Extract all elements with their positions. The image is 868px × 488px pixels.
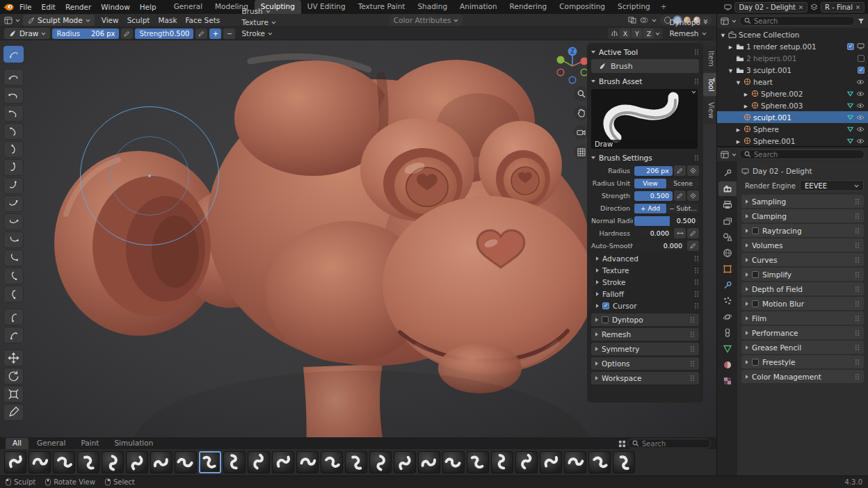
properties-section-depth-of-field[interactable]: Depth of Field [741, 282, 864, 295]
tablet-button[interactable] [687, 165, 699, 176]
mirror-y-toggle[interactable]: Y [632, 29, 642, 38]
tool-annotate[interactable] [3, 404, 24, 421]
expand-toggle[interactable]: ▾ [735, 78, 741, 86]
strength-pressure-button[interactable] [195, 29, 207, 39]
workspace-tab-rendering[interactable]: Rendering [504, 0, 554, 14]
drag-grip-icon[interactable] [694, 291, 699, 298]
option-scene[interactable]: Scene [667, 179, 699, 188]
outliner-row-sphere[interactable]: ▸Sphere [717, 123, 868, 135]
panel-section-workspace[interactable]: Workspace [591, 372, 699, 384]
checkbox[interactable] [602, 316, 609, 323]
properties-tab-scene[interactable] [718, 229, 737, 244]
workspace-tab-texture-paint[interactable]: Texture Paint [352, 0, 412, 14]
panel-section-remesh[interactable]: Remesh [591, 328, 699, 341]
close-icon[interactable] [855, 5, 860, 10]
pen-button[interactable] [674, 190, 686, 201]
asset-shelf-search[interactable]: Search [627, 439, 711, 448]
drag-grip-icon[interactable] [855, 315, 860, 322]
properties-tab-world[interactable] [718, 245, 737, 260]
brush-thumbnail-1[interactable] [4, 451, 26, 473]
slider-hardness[interactable]: 0.000 [634, 229, 673, 238]
dropdown-brush[interactable]: Brush [237, 6, 280, 17]
properties-tab-texture[interactable] [718, 373, 737, 388]
tool-pinch[interactable] [3, 231, 24, 248]
outliner-row-sphere-003[interactable]: ▸Sphere.003 [717, 99, 868, 111]
menu-render[interactable]: Render [61, 1, 96, 13]
xray-toggle-icon[interactable] [628, 17, 636, 24]
properties-editor-icon[interactable] [721, 151, 729, 158]
radius-slider[interactable]: Radius 206 px [52, 29, 119, 39]
brush-thumbnail-24[interactable] [564, 451, 586, 473]
tool-transform[interactable] [3, 386, 24, 402]
brush-preview[interactable]: Draw [591, 89, 698, 149]
checkbox[interactable] [752, 359, 759, 366]
outliner-row-2-helpers-001[interactable]: 2 helpers.001 [717, 52, 868, 64]
properties-section-sampling[interactable]: Sampling [741, 195, 864, 208]
tool-clay-strips[interactable] [3, 105, 24, 122]
tool-move[interactable] [3, 350, 24, 366]
chevron-down-icon[interactable] [691, 90, 696, 94]
gizmo-x-neg-axis[interactable] [557, 69, 564, 76]
subsection-texture[interactable]: Texture [591, 264, 699, 276]
tool-rotate[interactable] [3, 368, 24, 384]
properties-tab-view-layer[interactable] [718, 213, 737, 228]
gizmo-z-neg-axis[interactable] [569, 76, 576, 83]
drag-grip-icon[interactable] [690, 360, 695, 367]
option-subt[interactable]: − Subt... [667, 204, 699, 213]
subsection-cursor[interactable]: Cursor [591, 300, 699, 311]
properties-section-grease-pencil[interactable]: Grease Pencil [741, 341, 864, 354]
nodes-icon[interactable] [847, 115, 853, 120]
properties-section-film[interactable]: Film [741, 311, 864, 325]
properties-tab-data[interactable] [718, 341, 737, 356]
nodes-icon[interactable] [847, 127, 853, 132]
3d-viewport[interactable]: Z Active Tool [0, 40, 716, 475]
brush-thumbnail-15[interactable] [345, 451, 367, 473]
active-tool-brush[interactable]: Brush [591, 59, 699, 73]
brush-thumbnail-19[interactable] [442, 451, 465, 473]
nodes-icon[interactable] [847, 103, 853, 108]
brush-thumbnail-23[interactable] [540, 451, 562, 473]
shelf-tab-general[interactable]: General [30, 438, 72, 449]
hand-button[interactable] [574, 106, 588, 120]
viewport-menu-face-sets[interactable]: Face Sets [182, 15, 225, 25]
nodes-icon[interactable] [847, 138, 853, 144]
dropdown-remesh[interactable]: Remesh [665, 28, 712, 39]
checkbox[interactable] [858, 67, 865, 74]
drag-grip-icon[interactable] [855, 359, 860, 366]
tool-smooth[interactable] [3, 177, 24, 194]
properties-section-curves[interactable]: Curves [741, 253, 864, 266]
outliner-row-sculpt-001[interactable]: sculpt.001 [717, 111, 868, 123]
screen-icon[interactable] [857, 43, 865, 49]
tool-grab[interactable] [3, 250, 24, 266]
properties-section-simplify[interactable]: Simplify [741, 268, 864, 281]
gizmo-y-axis[interactable] [557, 56, 565, 64]
drag-grip-icon[interactable] [855, 242, 860, 249]
brush-thumbnail-17[interactable] [394, 451, 416, 473]
properties-tab-output[interactable] [718, 197, 737, 212]
slider-strength[interactable]: 0.500 [634, 191, 673, 201]
properties-search[interactable]: Search [739, 149, 865, 159]
mirror-x-toggle[interactable]: X [620, 29, 630, 38]
brush-type-dropdown[interactable]: Draw [4, 28, 50, 39]
drag-grip-icon[interactable] [694, 279, 699, 286]
menu-help[interactable]: Help [135, 1, 161, 13]
properties-section-clamping[interactable]: Clamping [741, 209, 864, 222]
drag-grip-icon[interactable] [690, 375, 695, 382]
brush-thumbnail-5[interactable] [102, 451, 124, 473]
checkbox[interactable] [752, 227, 759, 234]
tool-scrape[interactable] [3, 213, 24, 230]
brush-thumbnail-20[interactable] [467, 451, 489, 473]
checkbox[interactable] [847, 43, 854, 50]
tool-draw[interactable] [3, 46, 24, 63]
menu-file[interactable]: File [15, 1, 37, 13]
tool-layer[interactable] [3, 123, 24, 140]
option-add[interactable]: + Add [634, 204, 666, 213]
slider-auto-smooth[interactable]: 0.000 [634, 241, 686, 251]
shelf-tab-paint[interactable]: Paint [74, 438, 106, 449]
properties-tab-constraints[interactable] [718, 325, 737, 340]
checkbox[interactable] [752, 300, 759, 307]
panel-section-symmetry[interactable]: Symmetry [591, 343, 699, 355]
drag-grip-icon[interactable] [690, 331, 695, 338]
direction-add-button[interactable]: + [209, 29, 221, 39]
blender-logo-icon[interactable] [3, 3, 14, 11]
